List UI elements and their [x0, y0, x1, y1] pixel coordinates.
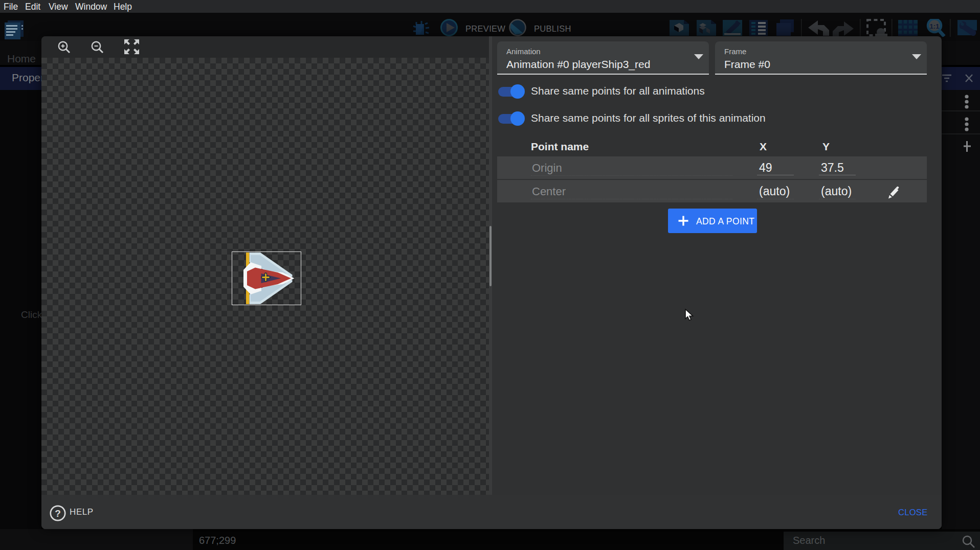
svg-text:?: ?: [55, 508, 61, 519]
svg-text:1:1: 1:1: [930, 22, 940, 30]
